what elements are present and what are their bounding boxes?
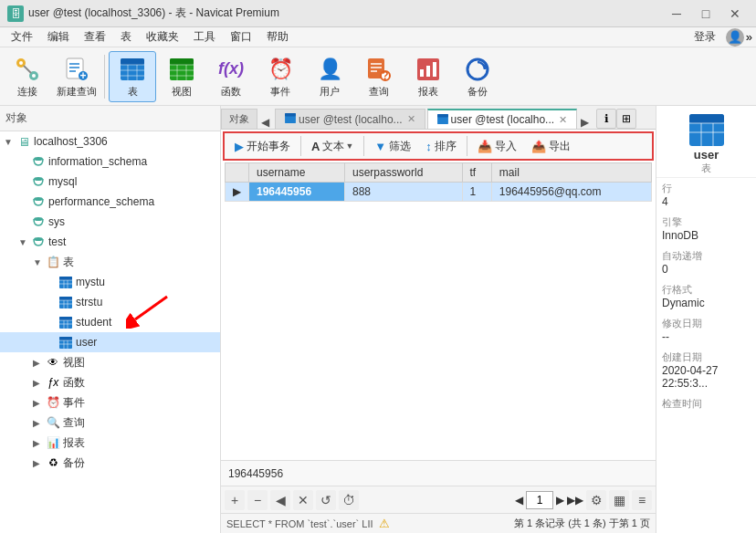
settings-page-button[interactable]: ⚙ <box>586 490 606 510</box>
next-page-btn[interactable]: ▶ <box>556 494 564 507</box>
tree-item-sys[interactable]: sys <box>0 212 220 232</box>
tree-item-strstu[interactable]: strstu <box>0 292 220 312</box>
tree-label-queries: 查询 <box>63 415 85 431</box>
query-label: 查询 <box>369 85 389 99</box>
tree-item-user[interactable]: user <box>0 332 220 352</box>
grid-view-button[interactable]: ▦ <box>609 490 629 510</box>
tree-item-reports-group[interactable]: ▶ 📊 报表 <box>0 433 220 453</box>
text-button[interactable]: A 文本 ▼ <box>305 135 360 157</box>
table-row[interactable]: ▶ 196445956 888 1 196445956@qq.com <box>226 183 652 202</box>
tab-next-btn[interactable]: ▶ <box>577 116 593 129</box>
user-avatar: 👤 <box>726 28 744 47</box>
menu-table[interactable]: 表 <box>113 27 139 47</box>
last-page-btn[interactable]: ▶▶ <box>567 494 583 507</box>
tab-close-1[interactable]: ✕ <box>407 113 415 125</box>
clock-button[interactable]: ⏱ <box>339 490 359 510</box>
cell-tf[interactable]: 1 <box>462 183 491 202</box>
tree-arrow: ▶ <box>33 378 46 388</box>
begin-tx-button[interactable]: ▶ 开始事务 <box>228 135 297 157</box>
menu-edit[interactable]: 编辑 <box>40 27 77 47</box>
tab-info-btn[interactable]: ℹ <box>596 109 616 129</box>
tree-item-information_schema[interactable]: information_schema <box>0 152 220 172</box>
user-button[interactable]: 👤 用户 <box>306 51 353 102</box>
prev-page-btn[interactable]: ◀ <box>515 494 523 507</box>
svg-rect-32 <box>420 69 424 77</box>
tree-item-test[interactable]: ▼ test <box>0 232 220 252</box>
info-inspect: 检查时间 <box>662 397 751 411</box>
query-button[interactable]: ? 查询 <box>355 51 403 102</box>
tree-label-mysql: mysql <box>48 175 77 188</box>
table-container: username userpassworld tf mail ▶ 1964459… <box>221 162 656 460</box>
th-username[interactable]: username <box>249 163 345 183</box>
tree-arrow: ▼ <box>18 237 31 247</box>
page-number-input[interactable] <box>526 491 553 509</box>
sort-button[interactable]: ↕ 排序 <box>419 135 463 157</box>
connect-button[interactable]: 连接 <box>4 51 51 102</box>
cell-mail[interactable]: 196445956@qq.com <box>491 183 651 202</box>
th-tf[interactable]: tf <box>462 163 491 183</box>
tab-user-2[interactable]: user @test (localho... ✕ <box>427 109 578 129</box>
tree-item-localhost[interactable]: ▼ 🖥 localhost_3306 <box>0 131 220 152</box>
tab-extra-btn[interactable]: ⊞ <box>616 109 636 129</box>
add-record-button[interactable]: + <box>225 490 245 510</box>
menu-window[interactable]: 窗口 <box>223 27 259 47</box>
svg-rect-19 <box>170 58 194 65</box>
expand-arrow[interactable]: » <box>746 30 752 44</box>
filter-button[interactable]: ▼ 筛选 <box>368 135 417 157</box>
form-view-button[interactable]: ≡ <box>632 490 652 510</box>
tree-item-student[interactable]: student <box>0 312 220 332</box>
export-button[interactable]: 📤 导出 <box>525 135 577 157</box>
cell-username[interactable]: 196445956 <box>249 183 345 202</box>
rowformat-label: 行格式 <box>662 283 751 297</box>
delete-record-button[interactable]: − <box>247 490 268 510</box>
func-button[interactable]: f(x) 函数 <box>207 51 255 102</box>
tab-bar: 对象 ◀ user @test (localho... ✕ user @test… <box>221 106 656 130</box>
tab-close-2[interactable]: ✕ <box>559 114 567 126</box>
sidebar-objects-label: 对象 <box>5 110 27 126</box>
toolbar: 连接 + 新建查询 表 <box>0 47 756 106</box>
tree-item-mysql[interactable]: mysql <box>0 172 220 192</box>
tree-item-performance_schema[interactable]: performance_schema <box>0 192 220 212</box>
menu-favorites[interactable]: 收藏夹 <box>139 27 186 47</box>
close-button[interactable]: ✕ <box>721 5 749 23</box>
tab-user-1[interactable]: user @test (localho... ✕ <box>275 109 425 129</box>
import-button[interactable]: 📥 导入 <box>471 135 523 157</box>
th-userpassworld[interactable]: userpassworld <box>344 163 462 183</box>
menu-view[interactable]: 查看 <box>77 27 113 47</box>
tree-item-backups-group[interactable]: ▶ ♻ 备份 <box>0 453 220 473</box>
minimize-button[interactable]: ─ <box>663 5 690 23</box>
tree-arrow <box>46 318 58 328</box>
refresh-button[interactable]: ↺ <box>316 490 336 510</box>
tree-item-events-group[interactable]: ▶ ⏰ 事件 <box>0 392 220 413</box>
sidebar-tree[interactable]: ▼ 🖥 localhost_3306 information_schema my… <box>0 131 220 533</box>
stop-button[interactable]: ✕ <box>293 490 313 510</box>
menu-help[interactable]: 帮助 <box>259 27 296 47</box>
prev-record-button[interactable]: ◀ <box>270 490 290 510</box>
sidebar-header: 对象 <box>0 106 220 131</box>
event-button[interactable]: ⏰ 事件 <box>257 51 304 102</box>
engine-label: 引擎 <box>662 215 751 229</box>
tree-arrow <box>46 277 58 287</box>
maximize-button[interactable]: □ <box>692 5 719 23</box>
tree-item-queries-group[interactable]: ▶ 🔍 查询 <box>0 413 220 433</box>
login-button[interactable]: 登录 <box>687 27 723 47</box>
table-button[interactable]: 表 <box>109 51 156 102</box>
tree-item-mystu[interactable]: mystu <box>0 272 220 292</box>
tab-prev-btn[interactable]: ◀ <box>257 116 273 129</box>
newquery-button[interactable]: + 新建查询 <box>53 51 100 102</box>
th-mail[interactable]: mail <box>491 163 651 183</box>
svg-rect-69 <box>437 114 448 117</box>
tree-label-mystu: mystu <box>76 276 105 288</box>
menu-tools[interactable]: 工具 <box>186 27 223 47</box>
menu-file[interactable]: 文件 <box>4 27 40 47</box>
tree-item-tables-group[interactable]: ▼ 📋 表 <box>0 252 220 272</box>
text-dropdown-icon[interactable]: ▼ <box>345 141 353 151</box>
report-button[interactable]: 报表 <box>404 51 452 102</box>
info-rowformat: 行格式 Dynamic <box>662 283 751 309</box>
cell-userpassworld[interactable]: 888 <box>344 183 462 202</box>
tree-item-views-group[interactable]: ▶ 👁 视图 <box>0 352 220 372</box>
backup-button[interactable]: 备份 <box>454 51 501 102</box>
objects-tab[interactable]: 对象 <box>221 109 257 129</box>
view-button[interactable]: 视图 <box>158 51 205 102</box>
tree-item-funcs-group[interactable]: ▶ ƒx 函数 <box>0 372 220 392</box>
